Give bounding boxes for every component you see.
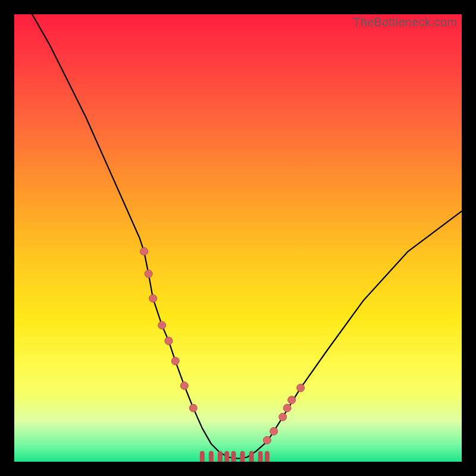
marker-right-5 [297,384,305,392]
marker-left-1 [145,270,152,278]
marker-right-0 [263,436,271,444]
curve-layer [32,14,462,459]
marker-right-4 [288,396,296,404]
marker-layer [140,248,305,444]
marker-left-0 [140,248,148,255]
marker-right-3 [283,404,291,412]
marker-right-1 [270,427,278,435]
plot-area: TheBottleneck.com [14,14,462,462]
marker-left-7 [189,404,197,412]
marker-left-2 [149,295,157,302]
marker-left-6 [180,382,188,390]
bottom-tick-layer [202,453,267,461]
chart-frame: TheBottleneck.com [0,0,476,476]
attribution-watermark: TheBottleneck.com [353,15,457,29]
bottleneck-curve [32,14,462,459]
chart-svg [14,14,462,462]
marker-left-5 [171,357,179,365]
marker-left-4 [165,337,173,345]
marker-right-2 [279,413,287,421]
marker-left-3 [158,321,166,329]
